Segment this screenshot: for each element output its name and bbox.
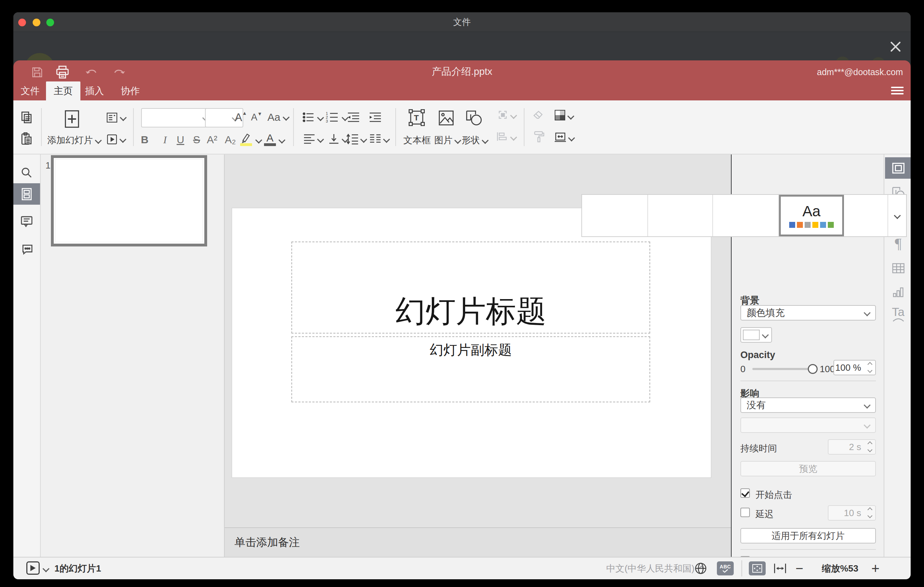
strikeout-button[interactable]: S xyxy=(190,133,203,147)
color-scheme-button[interactable] xyxy=(554,110,566,121)
slide-settings-button[interactable] xyxy=(885,157,911,179)
add-slide-button[interactable] xyxy=(64,110,79,129)
subscript-button[interactable]: A₂ xyxy=(224,133,237,147)
start-on-click-checkbox[interactable] xyxy=(741,488,750,498)
shape-label[interactable]: 形状 xyxy=(457,134,493,147)
effect-variant-dropdown xyxy=(741,417,876,433)
tab-home[interactable]: 主页 xyxy=(46,81,81,101)
set-language-button[interactable] xyxy=(695,562,707,575)
highlighter-icon xyxy=(241,133,251,143)
spin-down-icon[interactable] xyxy=(868,368,873,373)
dark-subheader xyxy=(13,32,911,60)
numbered-list-button[interactable]: 1 2 3 xyxy=(325,111,340,124)
bold-button[interactable]: B xyxy=(138,133,151,147)
theme-tile-2[interactable] xyxy=(648,195,713,236)
chevron-down-icon[interactable] xyxy=(255,137,262,143)
chevron-down-icon[interactable] xyxy=(317,136,324,143)
increase-indent-button[interactable] xyxy=(369,111,382,124)
insert-image-button[interactable] xyxy=(439,110,454,126)
add-slide-icon xyxy=(64,110,79,128)
spin-up-icon[interactable] xyxy=(868,362,873,367)
italic-button[interactable]: I xyxy=(159,133,171,147)
language-selector[interactable]: 中文(中华人民共和国) xyxy=(606,557,703,579)
chat-icon xyxy=(21,243,33,255)
table-settings-button[interactable] xyxy=(885,257,911,279)
fit-to-width-button[interactable] xyxy=(774,562,787,575)
opacity-min-label: 0 xyxy=(741,364,745,374)
opacity-slider-knob[interactable] xyxy=(808,364,818,374)
underline-button[interactable]: U xyxy=(174,133,187,147)
textart-settings-button[interactable]: Ta xyxy=(885,303,911,325)
fill-color-picker[interactable] xyxy=(741,327,772,343)
menu-icon[interactable] xyxy=(891,85,904,96)
decrease-indent-button[interactable] xyxy=(347,111,360,124)
start-on-click-label: 开始点击 xyxy=(756,489,792,501)
insert-shape-button[interactable] xyxy=(466,110,482,126)
slide[interactable]: 幻灯片标题 幻灯片副标题 xyxy=(232,208,711,477)
line-spacing-button[interactable] xyxy=(346,133,359,145)
chevron-down-icon xyxy=(864,422,871,429)
start-slideshow-button[interactable] xyxy=(106,134,127,145)
theme-tile-1[interactable] xyxy=(582,195,648,236)
font-color-button[interactable]: A xyxy=(263,131,277,147)
tab-file[interactable]: 文件 xyxy=(17,81,43,101)
spellcheck-button[interactable]: ABC xyxy=(717,561,734,575)
font-name-combo[interactable] xyxy=(141,108,214,127)
increase-font-button[interactable]: A▲ xyxy=(235,110,247,124)
theme-tile-3[interactable] xyxy=(713,195,779,236)
bullet-list-button[interactable] xyxy=(302,111,315,124)
copy-button[interactable] xyxy=(20,111,33,124)
fill-color-swatch xyxy=(743,330,760,340)
theme-tile-selected[interactable]: Aa xyxy=(779,195,844,236)
highlight-color-button[interactable] xyxy=(239,131,253,147)
chevron-down-icon[interactable] xyxy=(279,137,285,143)
slides-panel-button[interactable] xyxy=(13,183,40,204)
slide-layout-button[interactable] xyxy=(106,112,127,124)
clear-style-button[interactable] xyxy=(533,110,544,121)
copy-style-button[interactable] xyxy=(534,130,545,143)
increase-indent-icon xyxy=(369,112,381,123)
textbox-button[interactable]: T xyxy=(408,109,425,126)
columns-button[interactable] xyxy=(369,133,382,145)
superscript-button[interactable]: A² xyxy=(206,133,218,147)
chevron-down-icon[interactable] xyxy=(383,136,390,143)
horizontal-align-button[interactable] xyxy=(303,133,315,145)
vertical-align-button[interactable] xyxy=(328,133,340,145)
delay-checkbox[interactable] xyxy=(741,508,750,517)
notes-area[interactable]: 单击添加备注 xyxy=(225,527,731,557)
chevron-down-icon[interactable] xyxy=(360,136,367,143)
tab-insert[interactable]: 插入 xyxy=(81,81,108,101)
slide-thumbnail[interactable] xyxy=(51,155,207,246)
chevron-down-icon[interactable] xyxy=(567,113,574,120)
slide-size-button[interactable] xyxy=(554,132,566,143)
decrease-font-button[interactable]: A▼ xyxy=(251,110,262,124)
paste-button[interactable] xyxy=(20,132,33,145)
start-preview-button[interactable] xyxy=(26,561,40,575)
subtitle-placeholder[interactable]: 幻灯片副标题 xyxy=(291,336,650,402)
tab-collaboration[interactable]: 协作 xyxy=(117,81,144,101)
opacity-spinner[interactable]: 100 % xyxy=(833,360,876,375)
comments-button[interactable] xyxy=(13,210,40,232)
chat-button[interactable] xyxy=(13,238,40,259)
chevron-down-icon[interactable] xyxy=(43,565,50,572)
title-placeholder[interactable]: 幻灯片标题 xyxy=(291,242,650,333)
add-slide-label[interactable]: 添加幻灯片 xyxy=(48,134,99,147)
chevron-down-icon[interactable] xyxy=(568,134,575,142)
theme-tile-5[interactable] xyxy=(844,195,888,236)
opacity-slider-track[interactable] xyxy=(752,368,813,370)
fill-type-dropdown[interactable]: 颜色填充 xyxy=(741,305,876,320)
fit-to-slide-button[interactable] xyxy=(749,561,766,575)
apply-to-all-button[interactable]: 适用于所有幻灯片 xyxy=(741,528,876,544)
change-case-button[interactable]: Aa xyxy=(267,110,289,124)
align-shape-button[interactable] xyxy=(496,131,509,142)
search-button[interactable] xyxy=(13,162,40,183)
chevron-down-icon[interactable] xyxy=(317,114,324,121)
effect-dropdown[interactable]: 没有 xyxy=(741,397,876,413)
close-icon[interactable] xyxy=(889,41,901,53)
theme-gallery-expand[interactable] xyxy=(888,195,906,236)
chart-settings-button[interactable] xyxy=(885,281,911,303)
zoom-in-button[interactable]: + xyxy=(871,557,879,579)
zoom-out-button[interactable]: − xyxy=(795,557,803,579)
arrange-shape-button[interactable] xyxy=(497,109,509,121)
slide-counter: 1的幻灯片1 xyxy=(54,557,101,579)
